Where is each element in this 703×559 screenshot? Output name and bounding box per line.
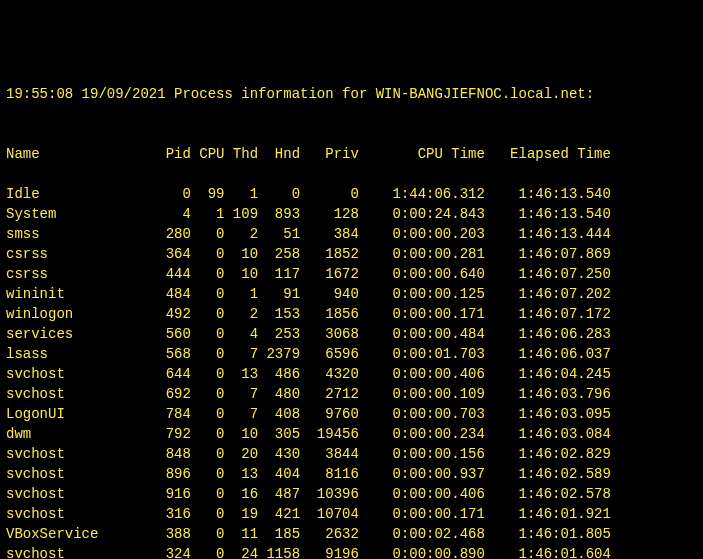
process-row: services 560 0 4 253 3068 0:00:00.484 1:… [6,324,697,344]
process-row: svchost 896 0 13 404 8116 0:00:00.937 1:… [6,464,697,484]
header-text: Process information for [174,86,367,102]
process-row: dwm 792 0 10 305 19456 0:00:00.234 1:46:… [6,424,697,444]
process-row: winlogon 492 0 2 153 1856 0:00:00.171 1:… [6,304,697,324]
column-headers: Name Pid CPU Thd Hnd Priv CPU Time Elaps… [6,144,697,164]
process-row: svchost 316 0 19 421 10704 0:00:00.171 1… [6,504,697,524]
process-row: svchost 644 0 13 486 4320 0:00:00.406 1:… [6,364,697,384]
process-row: svchost 692 0 7 480 2712 0:00:00.109 1:4… [6,384,697,404]
process-row: smss 280 0 2 51 384 0:00:00.203 1:46:13.… [6,224,697,244]
header-line: 19:55:08 19/09/2021 Process information … [6,84,697,104]
process-row: csrss 364 0 10 258 1852 0:00:00.281 1:46… [6,244,697,264]
process-row: System 4 1 109 893 128 0:00:24.843 1:46:… [6,204,697,224]
process-row: svchost 324 0 24 1158 9196 0:00:00.890 1… [6,544,697,559]
hostname: WIN-BANGJIEFNOC.local.net: [376,86,594,102]
process-row: LogonUI 784 0 7 408 9760 0:00:00.703 1:4… [6,404,697,424]
process-list: Idle 0 99 1 0 0 1:44:06.312 1:46:13.540S… [6,184,697,559]
process-row: lsass 568 0 7 2379 6596 0:00:01.703 1:46… [6,344,697,364]
process-row: Idle 0 99 1 0 0 1:44:06.312 1:46:13.540 [6,184,697,204]
timestamp: 19:55:08 19/09/2021 [6,86,166,102]
process-row: svchost 848 0 20 430 3844 0:00:00.156 1:… [6,444,697,464]
process-row: VBoxService 388 0 11 185 2632 0:00:02.46… [6,524,697,544]
process-row: wininit 484 0 1 91 940 0:00:00.125 1:46:… [6,284,697,304]
process-row: csrss 444 0 10 117 1672 0:00:00.640 1:46… [6,264,697,284]
process-row: svchost 916 0 16 487 10396 0:00:00.406 1… [6,484,697,504]
